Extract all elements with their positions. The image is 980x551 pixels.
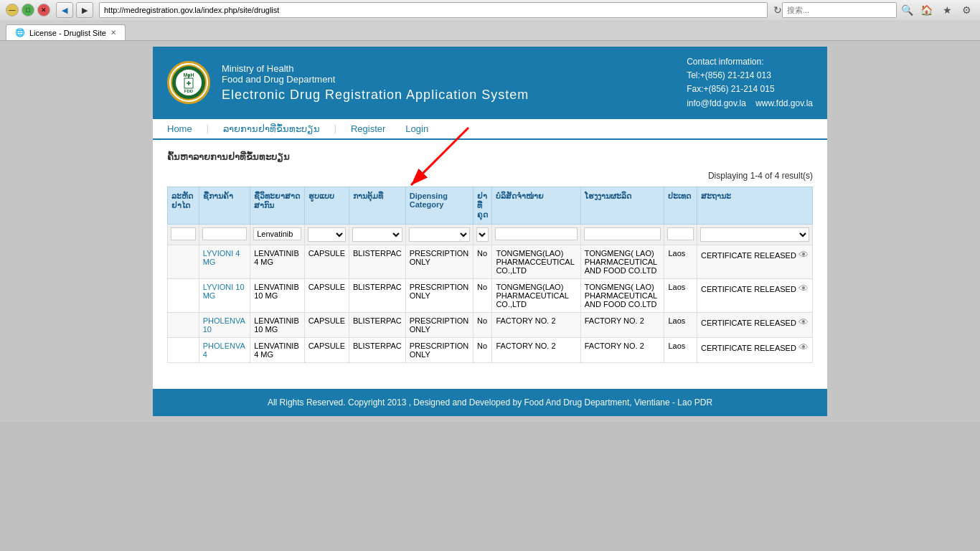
nav-druglist[interactable]: ລາຍການຢາທີ່ຂຶ້ນທະບຽນ xyxy=(223,123,320,134)
address-bar[interactable] xyxy=(99,2,768,18)
filter-manufacturer-input[interactable] xyxy=(584,227,661,240)
col-header-trade[interactable]: ຊື່ການຄ້າ xyxy=(199,187,250,224)
cell-trade: PHOLENVA 4 xyxy=(199,337,250,362)
cell-controlled: No xyxy=(473,337,491,362)
cell-dispensing: PRESCRIPTION ONLY xyxy=(405,337,473,362)
view-icon[interactable]: 👁 xyxy=(798,283,809,294)
col-header-scientific[interactable]: ຊື່ວິທະຍາສາດສາກົນ xyxy=(250,187,304,224)
content-area: MoH FDD Ministry of Health Food and Dr xyxy=(153,47,827,416)
favorites-btn[interactable]: ★ xyxy=(940,4,955,16)
table-row: LYVIONI 10 MG LENVATINIB 10 MG CAPSULE B… xyxy=(168,278,813,312)
cell-status: CERTIFICATE RELEASED 👁 xyxy=(697,337,813,362)
tab-close-btn[interactable]: ✕ xyxy=(110,29,116,37)
col-header-id[interactable]: ລະຫັດຢາໄດ xyxy=(168,187,199,224)
view-icon[interactable]: 👁 xyxy=(798,249,809,260)
refresh-icon[interactable]: ↻ xyxy=(773,4,782,16)
filter-status-select[interactable] xyxy=(700,227,809,242)
search-icon[interactable]: 🔍 xyxy=(901,4,913,16)
filter-id xyxy=(168,224,199,245)
minimize-btn[interactable]: — xyxy=(6,4,19,17)
browser-tab[interactable]: 🌐 License - Druglist Site ✕ xyxy=(6,24,126,40)
home-btn[interactable]: 🏠 xyxy=(918,4,936,16)
cell-controlled: No xyxy=(473,312,491,337)
cell-form: CAPSULE xyxy=(304,245,349,278)
drug-trade-link[interactable]: PHOLENVA 10 xyxy=(203,316,245,334)
drug-trade-link[interactable]: PHOLENVA 4 xyxy=(203,342,245,359)
cell-distributor: FACTORY NO. 2 xyxy=(492,337,580,362)
tab-favicon: 🌐 xyxy=(15,28,25,37)
drug-table: ລະຫັດຢາໄດ ຊື່ການຄ້າ ຊື່ວິທະຍາສາດສາກົນ ຮູ… xyxy=(167,187,813,363)
maximize-btn[interactable]: □ xyxy=(22,4,34,17)
table-row: LYVIONI 4 MG LENVATINIB 4 MG CAPSULE BLI… xyxy=(168,245,813,278)
cell-distributor: FACTORY NO. 2 xyxy=(492,312,580,337)
drug-trade-link[interactable]: LYVIONI 10 MG xyxy=(203,283,245,300)
site-header: MoH FDD Ministry of Health Food and Dr xyxy=(153,47,827,119)
cell-scientific: LENVATINIB 4 MG xyxy=(250,337,304,362)
filter-controlled xyxy=(473,224,491,245)
filter-controlled-select[interactable] xyxy=(476,227,489,242)
col-header-manufacturer[interactable]: ໂຮງງານຜະລິດ xyxy=(580,187,664,224)
view-icon[interactable]: 👁 xyxy=(798,316,809,328)
filter-id-input[interactable] xyxy=(171,227,196,240)
svg-text:FDD: FDD xyxy=(184,89,194,93)
tab-title: License - Druglist Site xyxy=(29,29,106,37)
nav-login[interactable]: Login xyxy=(405,123,428,134)
forward-btn[interactable]: ▶ xyxy=(76,2,93,18)
close-btn[interactable]: ✕ xyxy=(37,4,50,17)
page-outer: MoH FDD Ministry of Health Food and Dr xyxy=(0,41,980,422)
ministry-label: Ministry of Health xyxy=(222,63,529,74)
page-heading: ຄົ້ນຫາລາຍການຢາທີ່ຂຶ້ນທະບຽນ xyxy=(167,151,813,162)
col-header-status[interactable]: ສະຖານະ xyxy=(697,187,813,224)
cell-status: CERTIFICATE RELEASED 👁 xyxy=(697,245,813,278)
header-logo: MoH FDD Ministry of Health Food and Dr xyxy=(167,61,529,104)
cell-country: Laos xyxy=(664,245,697,278)
site-nav: Home | ລາຍການຢາທີ່ຂຶ້ນທະບຽນ | Register L… xyxy=(153,119,827,140)
cell-form: CAPSULE xyxy=(304,312,349,337)
nav-home[interactable]: Home xyxy=(167,123,192,134)
cell-id xyxy=(168,278,199,312)
cell-controlled: No xyxy=(473,245,491,278)
col-header-package[interactable]: ການຕຸ້ມທີ່ xyxy=(349,187,406,224)
cell-distributor: TONGMENG(LAO) PHARMACCEUTICAL CO.,LTD xyxy=(492,245,580,278)
drug-trade-link[interactable]: LYVIONI 4 MG xyxy=(203,249,240,266)
cell-id xyxy=(168,337,199,362)
view-icon[interactable]: 👁 xyxy=(798,342,809,353)
cell-package: BLISTERPAC xyxy=(349,312,406,337)
cell-trade: LYVIONI 10 MG xyxy=(199,278,250,312)
col-header-distributor[interactable]: ບໍລິສັດຈໍາໜ່າຍ xyxy=(492,187,580,224)
col-header-form[interactable]: ຮູບແບບ xyxy=(304,187,349,224)
cell-status: CERTIFICATE RELEASED 👁 xyxy=(697,278,813,312)
cell-scientific: LENVATINIB 4 MG xyxy=(250,245,304,278)
fax-info: Fax:+(856) 21-214 015 xyxy=(687,83,813,96)
filter-distributor-input[interactable] xyxy=(495,227,577,240)
col-header-controlled[interactable]: ຢາທີ່ຄຸດ xyxy=(473,187,491,224)
cell-manufacturer: TONGMENG( LAO) PHARMACEUTICAL AND FOOD C… xyxy=(580,278,664,312)
table-header-row: ລະຫັດຢາໄດ ຊື່ການຄ້າ ຊື່ວິທະຍາສາດສາກົນ ຮູ… xyxy=(168,187,813,224)
filter-row xyxy=(168,224,813,245)
filter-trade-input[interactable] xyxy=(202,227,248,240)
filter-form-select[interactable] xyxy=(308,227,346,242)
cell-form: CAPSULE xyxy=(304,278,349,312)
tel-info: Tel:+(856) 21-214 013 xyxy=(687,69,813,83)
cell-country: Laos xyxy=(664,312,697,337)
cell-distributor: TONGMENG(LAO) PHARMACEUTICAL CO.,LTD xyxy=(492,278,580,312)
page-content: ຄົ້ນຫາລາຍການຢາທີ່ຂຶ້ນທະບຽນ Displaying 1-… xyxy=(153,140,827,375)
settings-btn[interactable]: ⚙ xyxy=(959,4,974,16)
search-input[interactable] xyxy=(782,2,897,18)
filter-country-input[interactable] xyxy=(667,227,694,240)
nav-register[interactable]: Register xyxy=(351,123,385,134)
col-header-dispensing[interactable]: DipensingCategory xyxy=(405,187,473,224)
tab-bar: 🌐 License - Druglist Site ✕ xyxy=(0,20,980,40)
browser-chrome: — □ ✕ ◀ ▶ ↻ 🔍 🏠 ★ ⚙ 🌐 License - Druglist… xyxy=(0,0,980,41)
back-btn[interactable]: ◀ xyxy=(56,2,73,18)
filter-trade xyxy=(199,224,250,245)
filter-scientific-input[interactable] xyxy=(253,227,301,240)
filter-package-select[interactable] xyxy=(352,227,402,242)
cell-manufacturer: FACTORY NO. 2 xyxy=(580,337,664,362)
email-website: info@fdd.gov.la www.fdd.gov.la xyxy=(687,97,813,110)
filter-dispensing-select[interactable] xyxy=(409,227,470,242)
col-header-country[interactable]: ປະເທດ xyxy=(664,187,697,224)
contact-label: Contact information: xyxy=(687,55,813,69)
cell-package: BLISTERPAC xyxy=(349,245,406,278)
cell-trade: LYVIONI 4 MG xyxy=(199,245,250,278)
